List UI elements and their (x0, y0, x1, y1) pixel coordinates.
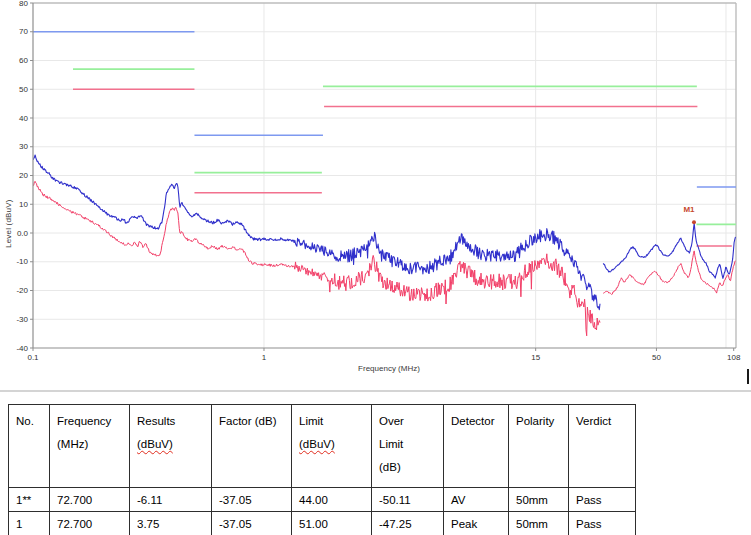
cell-limit: 44.00 (292, 488, 372, 512)
y-tick-label: 10 (19, 200, 28, 209)
gridlines (33, 3, 736, 348)
average-trace (603, 251, 735, 295)
col-header-polarity: Polarity (509, 405, 569, 488)
y-tick-label: -40 (16, 344, 28, 353)
cell-polarity: 50mm (509, 488, 569, 512)
y-tick-label: -30 (16, 315, 28, 324)
y-tick-label: 40 (19, 114, 28, 123)
col-header-frequency: Frequency (MHz) (50, 405, 130, 488)
cell-frequency: 72.700 (50, 488, 130, 512)
table-row-peak: 1 72.700 3.75 -37.05 51.00 -47.25 Peak 5… (9, 512, 636, 535)
cell-polarity: 50mm (509, 512, 569, 535)
cell-no: 1 (9, 512, 50, 535)
cell-verdict: Pass (569, 488, 636, 512)
col-header-factor: Factor (dB) (212, 405, 292, 488)
cell-detector: Peak (444, 512, 509, 535)
cell-over-limit: -50.11 (372, 488, 444, 512)
cell-results: 3.75 (130, 512, 212, 535)
cell-no: 1** (9, 488, 50, 512)
cell-factor: -37.05 (212, 512, 292, 535)
x-tick-label: 50 (652, 353, 661, 362)
col-header-over-limit: Over Limit (dB) (372, 405, 444, 488)
x-tick-label: 15 (531, 353, 540, 362)
peak-trace (603, 223, 735, 278)
y-tick-label: 20 (19, 171, 28, 180)
cell-frequency: 72.700 (50, 512, 130, 535)
section-divider (0, 390, 751, 392)
cell-results: -6.11 (130, 488, 212, 512)
y-tick-label: -20 (16, 286, 28, 295)
y-tick-label: -10 (16, 257, 28, 266)
y-tick-label: 80 (19, 0, 28, 8)
y-tick-label: 30 (19, 142, 28, 151)
x-axis-title: Frequency (MHz) (339, 364, 439, 373)
y-tick-label: 50 (19, 85, 28, 94)
axis-ticks: 80706050403020100.0-10-20-30-400.1115501… (16, 0, 740, 362)
table-row-av: 1** 72.700 -6.11 -37.05 44.00 -50.11 AV … (9, 488, 636, 512)
cell-detector: AV (444, 488, 509, 512)
traces (33, 155, 736, 336)
x-tick-label: 108 (727, 353, 741, 362)
col-header-limit: Limit (dBuV) (292, 405, 372, 488)
marker-label: M1 (683, 205, 695, 214)
y-tick-label: 70 (19, 27, 28, 36)
cell-factor: -37.05 (212, 488, 292, 512)
y-tick-label: 0.0 (17, 229, 29, 238)
marker-dot (692, 220, 696, 224)
x-tick-label: 1 (262, 353, 267, 362)
results-table: No. Frequency (MHz) Results (dBuV) Facto… (8, 404, 636, 535)
emc-report-page: { "chart_data": { "type": "line", "title… (0, 0, 751, 535)
y-axis-title: Level (dBuV) (4, 199, 13, 248)
limit-lines (33, 32, 736, 246)
col-header-verdict: Verdict (569, 405, 636, 488)
peak-trace (33, 155, 600, 310)
cell-over-limit: -47.25 (372, 512, 444, 535)
y-tick-label: 60 (19, 56, 28, 65)
emission-chart-canvas: 80706050403020100.0-10-20-30-400.1115501… (0, 0, 751, 390)
cell-verdict: Pass (569, 512, 636, 535)
emission-chart: 80706050403020100.0-10-20-30-400.1115501… (0, 0, 751, 390)
text-cursor[interactable] (747, 369, 749, 384)
col-header-no: No. (9, 405, 50, 488)
col-header-detector: Detector (444, 405, 509, 488)
x-tick-label: 0.1 (27, 353, 39, 362)
table-header-row: No. Frequency (MHz) Results (dBuV) Facto… (9, 405, 636, 488)
cell-limit: 51.00 (292, 512, 372, 535)
col-header-results: Results (dBuV) (130, 405, 212, 488)
